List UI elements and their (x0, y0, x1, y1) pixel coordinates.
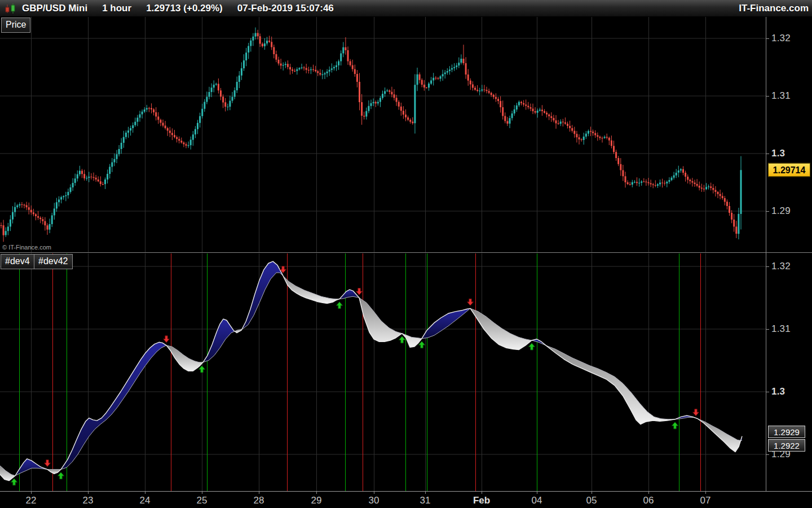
date-label: 07 (700, 495, 711, 506)
buy-arrow-icon (58, 472, 64, 479)
buy-arrow-icon (11, 479, 17, 485)
last-price-and-change: 1.29713 (+0.29%) (146, 3, 223, 14)
axis-tick (766, 266, 769, 267)
date-tick (88, 492, 89, 494)
buy-arrow-icon (337, 302, 343, 309)
date-label: 30 (369, 495, 379, 506)
sell-arrow-icon (356, 288, 363, 295)
axis-tick (766, 211, 769, 212)
date-label: 25 (197, 495, 208, 506)
date-tick (592, 492, 592, 494)
date-label: 22 (26, 495, 37, 506)
price-axis-label: 1.3 (771, 148, 785, 159)
indicator-chart[interactable] (0, 253, 766, 491)
date-label: 04 (532, 495, 542, 506)
last-price-tag: 1.29714 (768, 163, 810, 177)
date-tick (482, 492, 482, 494)
sell-arrow-icon (44, 460, 50, 467)
date-tick (374, 492, 374, 494)
axis-tick (766, 454, 769, 455)
copyright-note: © IT-Finance.com (2, 244, 51, 251)
brand-name: IT-Finance.com (739, 3, 809, 14)
last-price: 1.29713 (146, 3, 180, 14)
date-label: 23 (83, 495, 94, 506)
indicator-y-axis[interactable]: 1.321.311.31.291.29291.2922 (766, 253, 812, 491)
sell-arrow-icon (692, 409, 699, 416)
grid-lines (0, 17, 766, 252)
grid-lines (0, 253, 766, 491)
panel-separator[interactable] (0, 252, 812, 253)
title-bar: GBP/USD Mini 1 hour 1.29713 (+0.29%) 07-… (0, 0, 812, 17)
price-axis-label: 1.32 (771, 33, 791, 44)
indicator-label-dev42: #dev42 (34, 254, 73, 269)
date-label: 29 (311, 495, 322, 506)
price-panel-label: Price (1, 17, 30, 33)
sell-arrow-icon (467, 299, 474, 305)
price-change-percent: (+0.29%) (183, 3, 222, 14)
date-tick (202, 492, 202, 494)
indicator-chart-area[interactable]: #dev4 #dev42 (0, 253, 766, 491)
quote-datetime: 07-Feb-2019 15:07:46 (237, 3, 334, 14)
date-label: 05 (586, 495, 597, 506)
date-tick (648, 492, 649, 494)
symbol-name: GBP/USD Mini (22, 3, 87, 14)
candles-layer (1, 28, 742, 242)
price-y-axis[interactable]: 1.321.311.31.291.29714 (766, 17, 812, 252)
indicator-value-tag: 1.2929 (768, 426, 805, 438)
signal-arrows (11, 266, 699, 485)
date-tick (705, 492, 706, 494)
axis-tick (766, 329, 769, 330)
date-tick (259, 492, 259, 494)
axis-tick (766, 154, 769, 154)
buy-arrow-icon (672, 422, 678, 429)
buy-arrow-icon (419, 341, 425, 348)
candlestick-logo-icon (4, 3, 17, 14)
date-label: Feb (473, 495, 490, 506)
buy-arrow-icon (199, 366, 205, 373)
indicator-axis-label: 1.31 (771, 323, 791, 335)
buy-arrow-icon (529, 343, 535, 350)
axis-tick (766, 96, 769, 97)
indicator-value-tag: 1.2922 (768, 439, 805, 452)
indicator-label-dev4: #dev4 (1, 254, 34, 269)
date-tick (425, 492, 426, 494)
buy-arrow-icon (399, 336, 405, 343)
indicator-axis-label: 1.32 (771, 261, 791, 272)
price-axis-label: 1.29 (771, 205, 791, 217)
sell-arrow-icon (164, 336, 170, 343)
date-tick (31, 492, 32, 494)
candlestick-chart[interactable] (0, 17, 766, 252)
date-label: 24 (140, 495, 151, 506)
price-chart-area[interactable]: Price © IT-Finance.com (0, 17, 766, 252)
price-axis-label: 1.31 (771, 90, 791, 102)
date-label: 06 (643, 495, 654, 506)
date-x-axis[interactable]: 2223242528293031Feb04050607 (0, 492, 812, 508)
date-label: 28 (254, 495, 264, 506)
axis-tick (766, 392, 769, 392)
axis-tick (766, 38, 769, 39)
indicator-clouds (0, 261, 742, 481)
date-label: 31 (420, 495, 431, 506)
date-tick (537, 492, 537, 494)
trading-chart-window: GBP/USD Mini 1 hour 1.29713 (+0.29%) 07-… (0, 0, 812, 508)
timeframe: 1 hour (102, 3, 131, 14)
indicator-axis-label: 1.3 (771, 386, 785, 397)
date-tick (316, 492, 317, 494)
date-tick (145, 492, 145, 494)
